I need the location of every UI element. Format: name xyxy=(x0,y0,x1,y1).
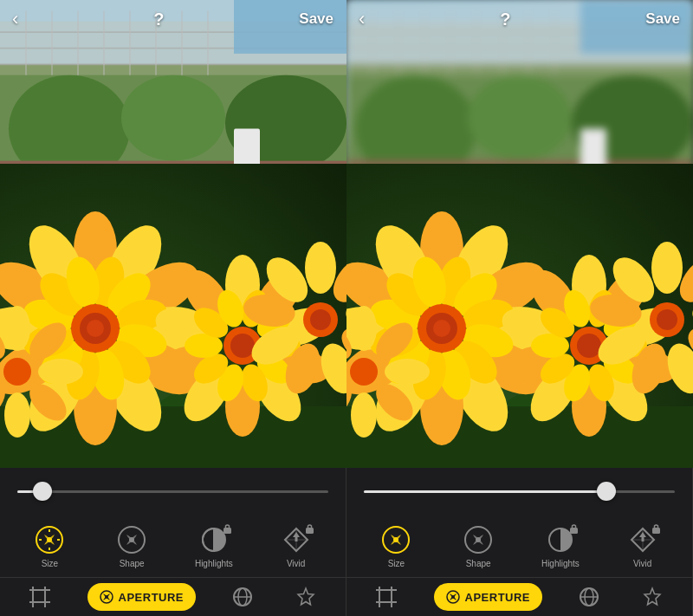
left-star-icon xyxy=(295,586,317,608)
right-size-icon-svg xyxy=(381,525,411,554)
left-vivid-icon xyxy=(281,524,312,555)
right-slider-row xyxy=(346,468,692,515)
left-size-icon xyxy=(34,524,65,555)
svg-point-203 xyxy=(351,392,377,438)
right-aperture-icon xyxy=(446,590,460,604)
left-tool-size[interactable]: Size xyxy=(26,524,74,568)
right-highlights-icon xyxy=(545,524,576,555)
svg-rect-224 xyxy=(570,528,578,534)
left-aperture-icon xyxy=(100,590,113,604)
svg-point-76 xyxy=(38,359,83,385)
right-tool-size[interactable]: Size xyxy=(372,524,420,568)
right-star-button[interactable] xyxy=(637,581,668,613)
svg-point-207 xyxy=(350,358,378,386)
svg-point-199 xyxy=(351,306,377,351)
svg-point-141 xyxy=(468,75,572,161)
left-lens-icon xyxy=(231,586,254,608)
svg-point-201 xyxy=(385,359,430,385)
svg-point-241 xyxy=(451,595,455,599)
left-aperture-button[interactable]: APERTURE xyxy=(87,583,197,611)
svg-point-220 xyxy=(393,537,398,542)
right-shape-icon xyxy=(463,524,494,555)
svg-rect-103 xyxy=(223,528,231,534)
svg-rect-230 xyxy=(652,528,660,534)
right-size-icon xyxy=(380,524,411,555)
svg-rect-231 xyxy=(379,590,392,602)
right-tool-vivid[interactable]: Vivid xyxy=(619,524,666,568)
svg-point-73 xyxy=(230,334,255,358)
left-tool-shape[interactable]: Shape xyxy=(108,524,156,568)
left-crop-button[interactable] xyxy=(24,581,55,613)
left-photo-bg xyxy=(0,0,346,468)
right-vivid-lock-icon xyxy=(651,522,662,534)
left-star-button[interactable] xyxy=(290,581,321,613)
right-slider-thumb[interactable] xyxy=(597,482,616,501)
right-controls: Size Shape xyxy=(346,468,692,616)
left-header: ‹ ? Save xyxy=(0,0,346,38)
svg-rect-229 xyxy=(641,537,644,541)
right-panel: ‹ ? Save xyxy=(346,0,693,616)
right-size-label: Size xyxy=(388,559,405,568)
svg-point-176 xyxy=(433,320,450,337)
svg-point-83 xyxy=(305,242,336,294)
left-flowers-svg xyxy=(0,164,346,468)
svg-point-51 xyxy=(87,320,104,337)
right-crop-icon xyxy=(375,586,398,608)
left-shape-icon xyxy=(116,524,147,555)
svg-point-74 xyxy=(4,306,30,351)
right-lens-button[interactable] xyxy=(573,581,605,613)
svg-point-93 xyxy=(310,309,331,330)
right-aperture-button[interactable]: APERTURE xyxy=(434,583,543,611)
left-photo xyxy=(0,0,346,468)
left-highlights-icon xyxy=(198,524,230,555)
left-tool-highlights[interactable]: Highlights xyxy=(190,524,237,568)
right-vivid-label: Vivid xyxy=(633,559,652,568)
left-slider-track[interactable] xyxy=(17,490,328,493)
right-help-button[interactable]: ? xyxy=(500,10,510,29)
right-tools-row: Size Shape xyxy=(346,515,692,577)
right-photo-bg xyxy=(346,0,693,468)
left-lens-button[interactable] xyxy=(227,581,258,613)
left-bottom-bar: APERTURE xyxy=(0,577,346,616)
svg-marker-124 xyxy=(298,588,314,605)
svg-marker-245 xyxy=(644,588,660,605)
left-aperture-label: APERTURE xyxy=(119,591,185,604)
left-shape-icon-svg xyxy=(117,525,146,554)
right-highlights-lock-icon xyxy=(568,522,580,534)
left-size-label: Size xyxy=(42,559,58,568)
right-save-button[interactable]: Save xyxy=(645,10,680,28)
right-star-icon xyxy=(641,586,664,608)
left-shape-label: Shape xyxy=(120,559,145,568)
left-crop-icon xyxy=(29,586,51,608)
right-aperture-label: APERTURE xyxy=(465,591,531,604)
right-header: ‹ ? Save xyxy=(346,0,692,38)
svg-point-78 xyxy=(4,392,30,438)
left-panel: ‹ ? Save xyxy=(0,0,346,616)
right-bottom-bar: APERTURE xyxy=(346,577,692,616)
right-crop-button[interactable] xyxy=(371,581,402,613)
left-tool-vivid[interactable]: Vivid xyxy=(272,524,320,568)
left-vivid-label: Vivid xyxy=(287,559,306,568)
left-highlights-label: Highlights xyxy=(195,559,233,568)
svg-point-218 xyxy=(657,309,677,330)
left-save-button[interactable]: Save xyxy=(299,10,334,28)
right-vivid-icon xyxy=(627,524,658,555)
svg-point-198 xyxy=(577,334,601,358)
left-slider-row xyxy=(0,468,346,515)
left-back-button[interactable]: ‹ xyxy=(12,8,18,30)
right-back-button[interactable]: ‹ xyxy=(359,8,365,30)
svg-point-120 xyxy=(105,595,108,599)
left-controls: Size Shape xyxy=(0,468,346,616)
right-slider-track[interactable] xyxy=(364,490,675,493)
svg-point-101 xyxy=(129,537,134,542)
right-shape-icon-svg xyxy=(463,525,493,554)
right-shape-label: Shape xyxy=(466,559,491,568)
svg-rect-108 xyxy=(295,537,297,541)
right-tool-highlights[interactable]: Highlights xyxy=(536,524,584,568)
left-help-button[interactable]: ? xyxy=(153,10,164,29)
right-highlights-label: Highlights xyxy=(541,559,580,568)
left-size-icon-svg xyxy=(35,525,64,554)
right-tool-shape[interactable]: Shape xyxy=(455,524,502,568)
left-slider-thumb[interactable] xyxy=(33,482,52,501)
svg-point-16 xyxy=(121,75,225,161)
